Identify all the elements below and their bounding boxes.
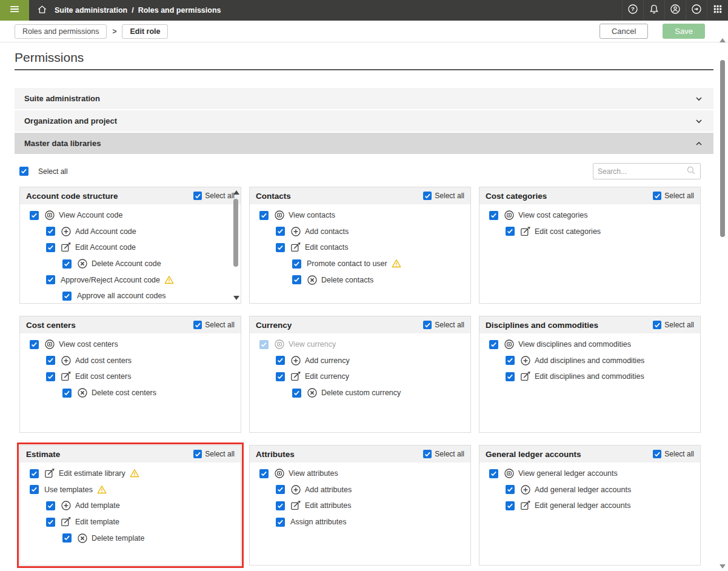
permission-card-cost-categories: Cost categoriesSelect allView cost categ… [479,187,701,304]
card-title: General ledger accounts [486,450,581,459]
permission-checkbox[interactable] [62,259,72,269]
card-select-all[interactable]: Select all [193,321,235,329]
section-select-all[interactable]: Select all [19,167,68,176]
permission-checkbox[interactable] [46,227,55,236]
permission-checkbox[interactable] [259,469,269,478]
card-select-all-label: Select all [664,450,694,458]
section-select-all-checkbox[interactable] [19,167,28,176]
card-select-all-checkbox[interactable] [423,321,432,329]
card-select-all-checkbox[interactable] [653,192,661,200]
permission-checkbox[interactable] [46,356,55,365]
permission-checkbox[interactable] [506,372,515,381]
permission-checkbox[interactable] [62,389,72,398]
accordion-section-suite-administration[interactable]: Suite administration [15,88,713,109]
card-select-all-label: Select all [205,321,235,329]
notifications-button[interactable] [643,0,664,21]
permission-checkbox[interactable] [276,485,285,494]
permission-checkbox[interactable] [506,356,515,365]
permission-checkbox[interactable] [292,389,301,398]
permission-checkbox[interactable] [62,533,72,543]
permission-checkbox[interactable] [46,518,55,527]
permission-checkbox[interactable] [292,259,301,269]
card-select-all[interactable]: Select all [423,321,464,329]
card-select-all-checkbox[interactable] [653,321,661,329]
search-input[interactable] [598,167,686,176]
permission-checkbox[interactable] [62,292,72,301]
view-icon [504,468,515,479]
card-select-all-checkbox[interactable] [193,192,202,200]
permission-checkbox[interactable] [292,275,301,284]
card-select-all-checkbox[interactable] [423,192,432,200]
accordion-section-organization-and-project[interactable]: Organization and project [15,110,713,132]
permission-checkbox[interactable] [259,340,269,349]
permission-label: Promote contact to user [307,259,387,268]
permission-checkbox[interactable] [506,485,515,494]
permission-checkbox[interactable] [276,227,285,236]
card-select-all[interactable]: Select all [653,192,694,200]
cancel-button[interactable]: Cancel [599,24,648,39]
save-button[interactable]: Save [663,24,705,39]
home-button[interactable] [29,0,55,21]
permission-checkbox[interactable] [46,243,55,252]
edit-icon [520,226,531,237]
card-select-all[interactable]: Select all [653,450,694,458]
page-scrollbar-up-arrow[interactable] [720,38,726,42]
permission-checkbox[interactable] [30,340,39,349]
chevron-up-icon [694,139,704,149]
breadcrumb-section[interactable]: Suite administration [55,6,127,15]
page-scrollbar-down-arrow[interactable] [720,564,726,569]
card-header: AttributesSelect all [250,446,470,462]
card-scrollbar-down-arrow[interactable] [233,296,239,300]
card-scrollbar-up-arrow[interactable] [233,190,239,195]
apps-button[interactable] [707,0,728,21]
permission-card-attributes: AttributesSelect allView attributesAdd a… [249,445,471,566]
permission-checkbox[interactable] [489,469,498,478]
permission-checkbox[interactable] [30,485,39,494]
permission-checkbox[interactable] [46,372,55,381]
account-button[interactable] [664,0,686,21]
permission-checkbox[interactable] [276,518,285,527]
breadcrumb-page[interactable]: Roles and permissions [138,6,221,15]
permission-checkbox[interactable] [489,340,498,349]
page-scrollbar-thumb[interactable] [720,60,725,237]
card-select-all[interactable]: Select all [423,450,464,458]
permission-row-edit-currency: Edit currency [250,369,470,385]
permission-label: Edit Account code [75,243,136,252]
permission-row-view-currency: View currency [250,336,470,353]
help-button[interactable]: ? [622,0,643,21]
permission-checkbox[interactable] [276,501,285,510]
permission-row-add-currency: Add currency [250,353,470,369]
card-select-all[interactable]: Select all [193,450,235,458]
permission-checkbox[interactable] [30,469,39,478]
permission-checkbox[interactable] [489,211,498,220]
permission-label: Delete Account code [92,259,161,268]
hamburger-menu-button[interactable] [0,0,29,21]
permission-checkbox[interactable] [30,211,39,220]
card-select-all-checkbox[interactable] [653,450,661,458]
permission-row-edit-cost-centers: Edit cost centers [20,369,241,385]
card-select-all-checkbox[interactable] [193,321,202,329]
accordion-section-master-data-libraries[interactable]: Master data libraries [15,133,713,154]
permission-checkbox[interactable] [276,356,285,365]
permission-row-edit-estimate-library: Edit estimate library [20,466,241,482]
card-scrollbar-thumb[interactable] [233,199,238,267]
permission-checkbox[interactable] [506,227,515,236]
permission-checkbox[interactable] [506,501,515,510]
card-select-all[interactable]: Select all [193,192,235,200]
logo-button[interactable] [686,0,707,21]
card-select-all-checkbox[interactable] [423,450,432,458]
card-title: Contacts [256,192,291,201]
permission-checkbox[interactable] [276,243,285,252]
permission-row-delete-account-code: Delete Account code [20,256,241,272]
card-select-all-label: Select all [664,192,694,200]
card-select-all-checkbox[interactable] [193,450,202,458]
permission-checkbox[interactable] [46,275,55,284]
permission-checkbox[interactable] [276,372,285,381]
permission-checkbox[interactable] [46,501,55,510]
edit-role-chip[interactable]: Edit role [122,24,168,39]
card-select-all[interactable]: Select all [653,321,694,329]
roles-and-permissions-chip[interactable]: Roles and permissions [15,24,107,39]
permission-checkbox[interactable] [259,211,269,220]
card-select-all[interactable]: Select all [423,192,464,200]
permission-label: Edit general ledger accounts [535,501,630,510]
